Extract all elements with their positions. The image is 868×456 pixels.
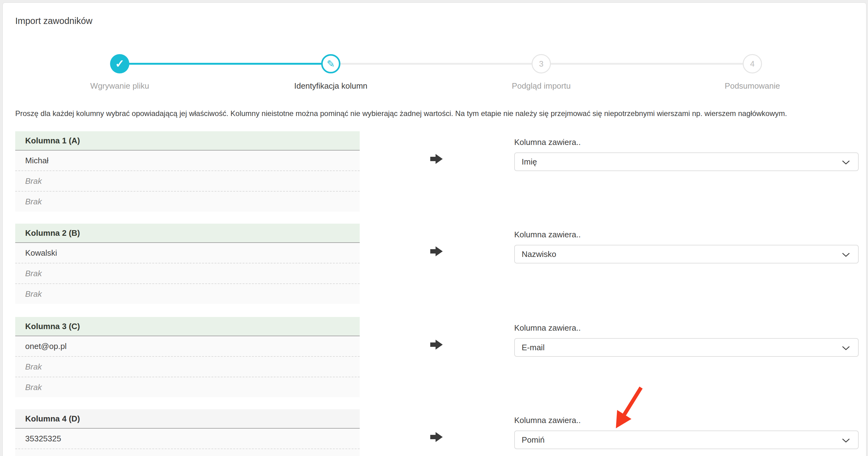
map-arrow-icon — [430, 245, 443, 257]
table-row: Brak — [15, 192, 360, 212]
step-import-preview[interactable]: 3 Podgląd importu — [479, 54, 603, 91]
column-block-3: Kolumna 3 (C) onet@op.pl Brak Brak Kolum… — [3, 317, 866, 404]
map-arrow-icon — [430, 431, 443, 443]
map-arrow-icon — [430, 153, 443, 165]
step-label: Identyfikacja kolumn — [269, 81, 393, 91]
table-row: Michał — [15, 151, 360, 171]
column-header: Kolumna 2 (B) — [15, 224, 360, 243]
select-label: Kolumna zawiera.. — [514, 230, 581, 240]
step-identify-columns[interactable]: ✎ Identyfikacja kolumn — [269, 54, 393, 91]
table-row: Brak — [15, 264, 360, 284]
column-preview-table: Kolumna 4 (D) 35325325 Brak — [15, 409, 360, 456]
step-label: Podgląd importu — [479, 81, 603, 91]
column-preview-table: Kolumna 3 (C) onet@op.pl Brak Brak — [15, 317, 360, 397]
step-upload[interactable]: ✓ Wgrywanie pliku — [58, 54, 182, 91]
table-row: Brak — [15, 284, 360, 304]
selected-option: E-mail — [522, 339, 545, 356]
table-row: Brak — [15, 449, 360, 456]
import-wizard-card: Import zawodników ✓ Wgrywanie pliku ✎ Id… — [2, 2, 866, 456]
selected-option: Nazwisko — [522, 245, 556, 263]
column-preview-table: Kolumna 1 (A) Michał Brak Brak — [15, 131, 360, 212]
column-block-4: Kolumna 4 (D) 35325325 Brak Kolumna zawi… — [3, 409, 866, 456]
column-mapping-select[interactable]: Pomiń — [514, 430, 859, 449]
column-header: Kolumna 3 (C) — [15, 317, 360, 336]
column-mapping-select[interactable]: Imię — [514, 152, 859, 171]
step-number: 3 — [532, 54, 551, 73]
step-label: Wgrywanie pliku — [58, 81, 182, 91]
step-summary[interactable]: 4 Podsumowanie — [690, 54, 814, 91]
table-row: Brak — [15, 377, 360, 397]
chevron-down-icon — [842, 252, 850, 257]
column-header: Kolumna 1 (A) — [15, 131, 360, 151]
check-icon: ✓ — [110, 54, 129, 73]
map-arrow-icon — [430, 339, 443, 351]
table-row: Kowalski — [15, 243, 360, 264]
column-preview-table: Kolumna 2 (B) Kowalski Brak Brak — [15, 224, 360, 304]
chevron-down-icon — [842, 345, 850, 351]
column-header: Kolumna 4 (D) — [15, 409, 360, 429]
column-mapping-select[interactable]: Nazwisko — [514, 245, 859, 264]
table-row: onet@op.pl — [15, 336, 360, 357]
step-label: Podsumowanie — [690, 81, 814, 91]
table-row: 35325325 — [15, 429, 360, 449]
column-block-1: Kolumna 1 (A) Michał Brak Brak Kolumna z… — [3, 131, 866, 218]
select-label: Kolumna zawiera.. — [514, 138, 581, 147]
chevron-down-icon — [842, 438, 850, 443]
table-row: Brak — [15, 357, 360, 377]
selected-option: Imię — [522, 153, 537, 171]
chevron-down-icon — [842, 160, 850, 165]
instruction-text: Proszę dla każdej kolumny wybrać opowiad… — [15, 109, 787, 118]
select-label: Kolumna zawiera.. — [514, 323, 581, 333]
select-label: Kolumna zawiera.. — [514, 416, 581, 425]
selected-option: Pomiń — [522, 431, 545, 449]
column-block-2: Kolumna 2 (B) Kowalski Brak Brak Kolumna… — [3, 224, 866, 311]
table-row: Brak — [15, 171, 360, 192]
pen-icon: ✎ — [321, 54, 340, 73]
column-mapping-select[interactable]: E-mail — [514, 338, 859, 357]
step-number: 4 — [743, 54, 762, 73]
page-title: Import zawodników — [15, 16, 92, 26]
